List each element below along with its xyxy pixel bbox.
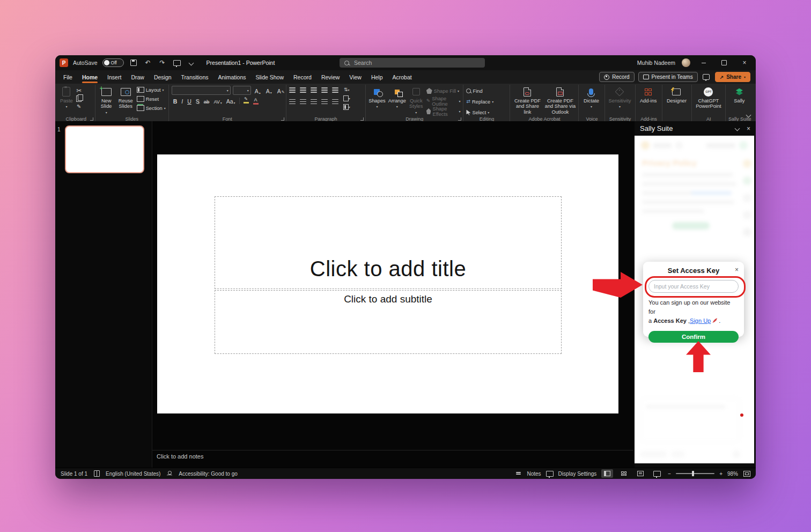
record-button[interactable]: Record bbox=[599, 72, 634, 82]
tab-review[interactable]: Review bbox=[316, 70, 344, 84]
cut-button[interactable]: ✂ bbox=[76, 87, 83, 93]
create-pdf-outlook-button[interactable]: Create PDF and Share via Outlook bbox=[544, 86, 576, 115]
align-right-button[interactable] bbox=[311, 99, 317, 100]
select-button[interactable]: Select▾ bbox=[466, 108, 493, 116]
tab-file[interactable]: File bbox=[58, 70, 77, 84]
confirm-button[interactable]: Confirm bbox=[648, 331, 739, 343]
present-in-teams-button[interactable]: Present in Teams bbox=[638, 72, 698, 82]
search-input[interactable] bbox=[353, 59, 462, 66]
zoom-slider[interactable] bbox=[676, 473, 714, 474]
replace-button[interactable]: ⇄ Replace▾ bbox=[466, 98, 493, 106]
accessibility-checker-button[interactable] bbox=[166, 470, 173, 477]
notes-placeholder[interactable]: Click to add notes bbox=[157, 453, 203, 460]
chatgpt-powerpoint-button[interactable]: GPT ChatGPT PowerPoint bbox=[695, 86, 722, 109]
text-shadow-button[interactable]: S bbox=[194, 97, 201, 105]
highlight-color-button[interactable]: ✎ bbox=[242, 97, 250, 105]
user-avatar[interactable] bbox=[682, 58, 690, 67]
slide-thumbnail[interactable] bbox=[65, 125, 144, 173]
maximize-button[interactable] bbox=[717, 57, 731, 68]
find-button[interactable]: Find bbox=[466, 87, 493, 95]
font-color-button[interactable]: A bbox=[252, 97, 260, 105]
strikethrough-button[interactable]: ab bbox=[202, 97, 211, 105]
subtitle-placeholder[interactable]: Click to add subtitle bbox=[215, 290, 562, 354]
reset-button[interactable]: Reset bbox=[137, 95, 166, 103]
clear-formatting-button[interactable]: A✎ bbox=[276, 87, 286, 94]
tab-transitions[interactable]: Transitions bbox=[176, 70, 213, 84]
tab-view[interactable]: View bbox=[344, 70, 366, 84]
create-pdf-share-link-button[interactable]: Create PDF and Share link bbox=[513, 86, 542, 115]
title-placeholder[interactable]: Click to add title bbox=[215, 196, 562, 289]
drawing-dialog-launcher[interactable] bbox=[458, 117, 461, 121]
spell-check-button[interactable] bbox=[93, 470, 100, 477]
text-direction-button[interactable]: ⇅▾ bbox=[343, 87, 350, 93]
accessibility-status[interactable]: Accessibility: Good to go bbox=[179, 471, 238, 477]
tab-animations[interactable]: Animations bbox=[213, 70, 251, 84]
numbering-button[interactable] bbox=[300, 87, 306, 88]
increase-indent-button[interactable] bbox=[321, 87, 328, 88]
format-painter-button[interactable]: ✎ bbox=[76, 104, 83, 109]
add-ins-button[interactable]: Add-ins bbox=[638, 86, 659, 104]
share-button[interactable]: ↗ Share ▾ bbox=[715, 72, 750, 82]
bullets-button[interactable] bbox=[289, 87, 296, 88]
shape-effects-button[interactable]: Shape Effects▾ bbox=[426, 107, 461, 115]
reuse-slides-button[interactable]: Reuse Slides bbox=[117, 86, 134, 109]
designer-button[interactable]: Designer bbox=[665, 86, 688, 104]
close-button[interactable]: × bbox=[738, 57, 751, 68]
autosave-toggle[interactable]: Off bbox=[102, 58, 124, 67]
justify-button[interactable] bbox=[321, 99, 328, 100]
undo-button[interactable]: ↶ bbox=[143, 58, 153, 67]
paragraph-dialog-launcher[interactable] bbox=[360, 117, 364, 121]
notes-divider[interactable] bbox=[152, 450, 633, 450]
change-case-button[interactable]: Aa▾ bbox=[225, 97, 237, 105]
comments-button[interactable] bbox=[702, 73, 711, 82]
redo-button[interactable]: ↷ bbox=[158, 58, 167, 67]
quick-styles-button[interactable]: Quick Styles▾ bbox=[409, 86, 424, 114]
tab-acrobat[interactable]: Acrobat bbox=[388, 70, 417, 84]
increase-font-button[interactable]: A▴ bbox=[253, 87, 262, 94]
access-key-input[interactable] bbox=[648, 280, 739, 293]
convert-smartart-button[interactable]: ▾ bbox=[343, 104, 350, 110]
start-slideshow-button[interactable] bbox=[172, 58, 182, 67]
copy-button[interactable] bbox=[76, 95, 83, 101]
shape-fill-button[interactable]: Shape Fill▾ bbox=[426, 87, 461, 95]
zoom-slider-thumb[interactable] bbox=[692, 471, 694, 476]
dialog-close-button[interactable]: × bbox=[735, 267, 739, 273]
tab-insert[interactable]: Insert bbox=[102, 70, 126, 84]
search-bar[interactable] bbox=[340, 58, 485, 68]
customize-quick-access-button[interactable] bbox=[187, 58, 196, 67]
display-settings-button[interactable]: Display Settings bbox=[558, 471, 597, 477]
character-spacing-button[interactable]: AV▾ bbox=[212, 97, 223, 105]
sign-up-link[interactable]: Sign Up bbox=[690, 317, 711, 324]
shapes-button[interactable]: Shapes▾ bbox=[368, 86, 386, 108]
decrease-font-button[interactable]: A▾ bbox=[264, 87, 274, 94]
reading-view-button[interactable] bbox=[635, 469, 646, 478]
font-size-select[interactable]: ▾ bbox=[233, 86, 251, 95]
panel-close-button[interactable]: × bbox=[747, 125, 750, 132]
clipboard-dialog-launcher[interactable] bbox=[90, 117, 93, 121]
shape-outline-button[interactable]: ✎ Shape Outline▾ bbox=[426, 97, 461, 105]
sally-button[interactable]: Sally bbox=[728, 86, 750, 104]
save-button[interactable] bbox=[129, 58, 138, 67]
font-name-select[interactable]: ▾ bbox=[172, 86, 231, 95]
zoom-in-button[interactable]: + bbox=[719, 471, 722, 477]
decrease-indent-button[interactable] bbox=[311, 87, 317, 88]
tab-design[interactable]: Design bbox=[149, 70, 176, 84]
tab-slide-show[interactable]: Slide Show bbox=[251, 70, 289, 84]
tab-help[interactable]: Help bbox=[366, 70, 388, 84]
line-spacing-button[interactable] bbox=[332, 87, 338, 88]
tab-record[interactable]: Record bbox=[289, 70, 316, 84]
slide-sorter-view-button[interactable] bbox=[618, 469, 630, 478]
align-text-button[interactable]: ▾ bbox=[343, 95, 350, 101]
dictate-button[interactable]: Dictate▾ bbox=[581, 86, 601, 108]
normal-view-button[interactable] bbox=[601, 469, 613, 478]
font-dialog-launcher[interactable] bbox=[281, 117, 284, 121]
bold-button[interactable]: B bbox=[172, 97, 179, 105]
align-left-button[interactable] bbox=[289, 99, 296, 100]
notes-toggle[interactable]: Notes bbox=[527, 471, 541, 477]
zoom-out-button[interactable]: − bbox=[668, 471, 671, 477]
underline-button[interactable]: U bbox=[186, 97, 193, 105]
collapse-ribbon-button[interactable] bbox=[747, 109, 750, 119]
italic-button[interactable]: I bbox=[180, 97, 185, 105]
tab-home[interactable]: Home bbox=[77, 70, 102, 84]
zoom-level[interactable]: 98% bbox=[727, 471, 738, 477]
